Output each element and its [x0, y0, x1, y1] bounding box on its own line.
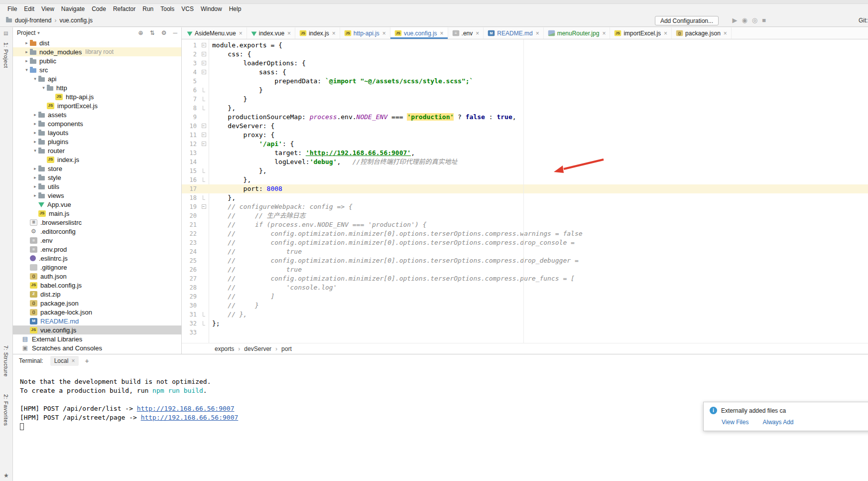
collapse-all-icon[interactable]: ⇅ — [150, 29, 155, 36]
fold-close-icon[interactable] — [199, 310, 209, 319]
gear-icon[interactable]: ⚙ — [161, 29, 167, 36]
tree-item-auth-json[interactable]: {}auth.json — [13, 272, 181, 281]
run-icon[interactable]: ▶ — [732, 16, 737, 24]
chevron-right-icon[interactable]: ▸ — [23, 49, 30, 54]
tree-item-router[interactable]: ▾router — [13, 146, 181, 155]
fold-close-icon[interactable] — [199, 104, 209, 113]
tree-item-app-vue[interactable]: App.vue — [13, 200, 181, 209]
tree-item-env[interactable]: ≡.env — [13, 236, 181, 245]
fold-close-icon[interactable] — [199, 95, 209, 104]
fold-close-icon[interactable] — [199, 175, 209, 184]
code-line[interactable]: 10− devServer: { — [182, 122, 868, 131]
terminal-link[interactable]: http://192.168.66.56:9007 — [137, 405, 235, 412]
close-tab-icon[interactable]: × — [724, 30, 727, 37]
tree-item-package-json[interactable]: {}package.json — [13, 299, 181, 308]
tree-item-style[interactable]: ▸style — [13, 173, 181, 182]
git-widget-label[interactable]: Git: — [859, 17, 868, 24]
code-line[interactable]: 4− sass: { — [182, 68, 868, 77]
menu-item-help[interactable]: Help — [226, 4, 245, 13]
menu-item-view[interactable]: View — [38, 4, 58, 13]
code-line[interactable]: 8 }, — [182, 104, 868, 113]
code-line[interactable]: 3− loaderOptions: { — [182, 59, 868, 68]
new-terminal-tab-icon[interactable]: + — [85, 357, 89, 365]
code-line[interactable]: 26 // true — [182, 265, 868, 274]
chevron-down-icon[interactable]: ▾ — [32, 76, 38, 81]
fold-close-icon[interactable] — [199, 166, 209, 175]
code-line[interactable]: 24 // true — [182, 247, 868, 256]
chevron-right-icon[interactable]: ▸ — [32, 139, 38, 144]
close-tab-icon[interactable]: × — [476, 30, 479, 37]
tree-item-api[interactable]: ▾api — [13, 74, 181, 83]
terminal-tab-local[interactable]: Local × — [50, 356, 79, 366]
breadcrumb-item-port[interactable]: port — [281, 345, 292, 352]
close-icon[interactable]: × — [71, 357, 75, 364]
tree-item-http[interactable]: ▾http — [13, 83, 181, 92]
terminal-title[interactable]: Terminal: — [19, 357, 43, 364]
add-configuration-button[interactable]: Add Configuration... — [655, 16, 719, 25]
tree-item-main-js[interactable]: JSmain.js — [13, 209, 181, 218]
menu-item-file[interactable]: File — [4, 4, 20, 13]
breadcrumb-item-exports[interactable]: exports — [215, 345, 234, 352]
chevron-right-icon[interactable]: ▸ — [23, 58, 30, 63]
tree-item-editorconfig[interactable]: ⚙.editorconfig — [13, 227, 181, 236]
tree-item-eslintrc-js[interactable]: .eslintrc.js — [13, 254, 181, 263]
view-files-link[interactable]: View Files — [722, 419, 748, 426]
tree-item-package-lock-json[interactable]: {}package-lock.json — [13, 308, 181, 317]
hide-panel-icon[interactable]: ─ — [173, 29, 177, 36]
chevron-down-icon[interactable]: ▾ — [40, 85, 47, 90]
notification-popup[interactable]: i Externally added files ca View Files A… — [703, 402, 868, 431]
code-line[interactable]: 31 // }, — [182, 310, 868, 319]
code-line[interactable]: 20 // // 生产去除日志 — [182, 211, 868, 220]
tree-item-babel-config-js[interactable]: JSbabel.config.js — [13, 281, 181, 290]
chevron-right-icon[interactable]: ▸ — [32, 112, 38, 117]
code-line[interactable]: 2− css: { — [182, 50, 868, 59]
chevron-right-icon[interactable]: ▸ — [32, 184, 38, 189]
editor-tab-vue-config-js[interactable]: JSvue.config.js× — [390, 27, 448, 39]
code-line[interactable]: 32}; — [182, 319, 868, 328]
fold-open-icon[interactable]: − — [199, 122, 209, 131]
chevron-down-icon[interactable]: ▾ — [32, 148, 38, 153]
tree-item-readme-md[interactable]: MREADME.md — [13, 317, 181, 325]
always-add-link[interactable]: Always Add — [762, 419, 793, 426]
code-line[interactable]: 5 prependData: `@import "~@/assets/scss/… — [182, 77, 868, 86]
close-tab-icon[interactable]: × — [440, 30, 444, 37]
tree-item-importexcel-js[interactable]: JSimportExcel.js — [13, 101, 181, 110]
editor-tab-http-api-js[interactable]: JShttp-api.js× — [340, 27, 390, 39]
menu-item-code[interactable]: Code — [88, 4, 110, 13]
editor-tab-env[interactable]: ≡.env× — [448, 27, 484, 39]
chevron-right-icon[interactable]: ▸ — [32, 193, 38, 198]
fold-open-icon[interactable]: − — [199, 131, 209, 140]
menu-item-vcs[interactable]: VCS — [178, 4, 197, 13]
chevron-down-icon[interactable]: ▾ — [23, 67, 30, 72]
project-panel-title[interactable]: Project — [17, 29, 35, 36]
code-line[interactable]: 9 productionSourceMap: process.env.NODE_… — [182, 113, 868, 122]
close-tab-icon[interactable]: × — [602, 30, 606, 37]
url-string[interactable]: 'http://192.168.66.56:9007' — [306, 149, 411, 157]
code-line[interactable]: 6 } — [182, 86, 868, 95]
tree-item-views[interactable]: ▸views — [13, 191, 181, 200]
menu-item-tools[interactable]: Tools — [157, 4, 178, 13]
coverage-icon[interactable]: ◎ — [752, 16, 757, 24]
editor-tab-importexcel-js[interactable]: JSimportExcel.js× — [610, 27, 672, 39]
code-line[interactable]: 13 target: 'http://192.168.66.56:9007', — [182, 149, 868, 158]
editor-tab-package-json[interactable]: {}package.json× — [672, 27, 732, 39]
editor-tab-asidemenu-vue[interactable]: AsideMenu.vue× — [183, 27, 247, 39]
fold-open-icon[interactable]: − — [199, 41, 209, 50]
breadcrumb-file[interactable]: vue.config.js — [59, 17, 93, 24]
code-editor[interactable]: 1−module.exports = {2− css: {3− loaderOp… — [182, 39, 868, 343]
code-line[interactable]: 30 // } — [182, 301, 868, 310]
code-line[interactable]: 21 // if (process.env.NODE_ENV === 'prod… — [182, 220, 868, 229]
menu-item-refactor[interactable]: Refactor — [110, 4, 139, 13]
editor-tab-index-js[interactable]: JSindex.js× — [295, 27, 340, 39]
code-line[interactable]: 16 }, — [182, 175, 868, 184]
code-line[interactable]: 7 } — [182, 95, 868, 104]
code-line[interactable]: 19− // configureWebpack: config => { — [182, 202, 868, 211]
chevron-right-icon[interactable]: ▸ — [23, 40, 30, 45]
fold-open-icon[interactable]: − — [199, 59, 209, 68]
fold-close-icon[interactable] — [199, 193, 209, 202]
structure-tool-window-button[interactable]: 7: Structure — [3, 345, 9, 377]
favorites-star-icon[interactable]: ★ — [3, 472, 9, 479]
tree-item-node-modules[interactable]: ▸node_moduleslibrary root — [13, 47, 181, 56]
tree-item-store[interactable]: ▸store — [13, 164, 181, 173]
tree-item-external-libraries[interactable]: ▤External Libraries — [13, 334, 181, 343]
